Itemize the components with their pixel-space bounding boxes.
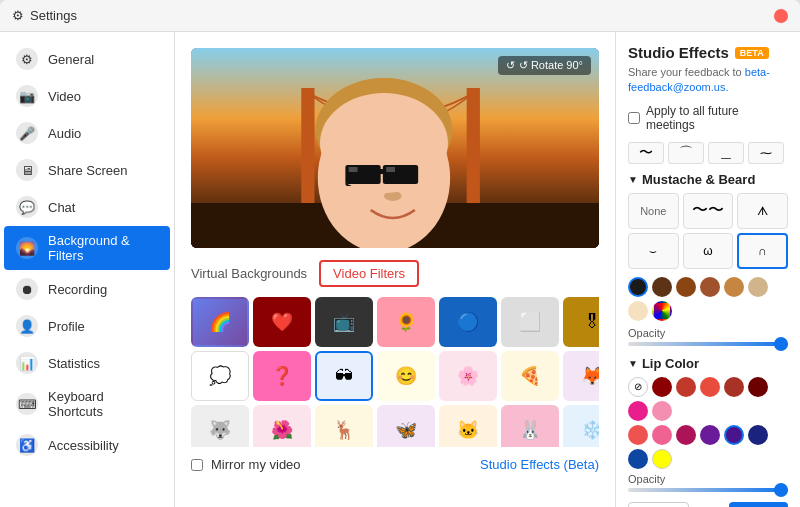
filter-wolf[interactable]: 🐺 [191, 405, 249, 447]
lip-lightpink[interactable] [652, 401, 672, 421]
lip-maroon[interactable] [748, 377, 768, 397]
lip-purple[interactable] [700, 425, 720, 445]
studio-effects-link[interactable]: Studio Effects (Beta) [480, 457, 599, 472]
filter-hibiscus[interactable]: 🌺 [253, 405, 311, 447]
lip-section-title[interactable]: ▼ Lip Color [628, 356, 788, 371]
opacity-thumb-2 [774, 483, 788, 497]
lip-pink[interactable] [628, 401, 648, 421]
virtual-bg-tab[interactable]: Virtual Backgrounds [191, 266, 307, 281]
mirror-checkbox[interactable] [191, 459, 203, 471]
filter-tv[interactable]: 📺 [315, 297, 373, 347]
color-brown[interactable] [676, 277, 696, 297]
svg-rect-1 [301, 88, 314, 208]
sidebar-item-recording[interactable]: ⏺Recording [4, 271, 170, 307]
sidebar-icon-general: ⚙ [16, 48, 38, 70]
beard-style5[interactable]: ∩ [737, 233, 788, 269]
mirror-label: Mirror my video [211, 457, 301, 472]
sidebar-label-accessibility: Accessibility [48, 438, 119, 453]
lip-salmon[interactable] [628, 425, 648, 445]
filter-speech[interactable]: 💭 [191, 351, 249, 401]
beard-style2[interactable]: ᗑ [737, 193, 788, 229]
beta-badge: BETA [735, 47, 769, 59]
color-beige[interactable] [748, 277, 768, 297]
beard-none[interactable]: None [628, 193, 679, 229]
beard-style1[interactable]: 〜〜 [683, 193, 734, 229]
lip-crimson[interactable] [724, 377, 744, 397]
filter-flower[interactable]: 🌸 [439, 351, 497, 401]
color-light[interactable] [628, 301, 648, 321]
sidebar-item-statistics[interactable]: 📊Statistics [4, 345, 170, 381]
filters-grid: 🌈 ❤️ 📺 🌻 🔵 ⬜ 🎖 ⬛ 💭 ❓ 🕶 😊 🌸 🍕 🦊 🎭 🐺 [191, 297, 599, 447]
close-button[interactable]: Close [729, 502, 788, 507]
sidebar-item-video[interactable]: 📷Video [4, 78, 170, 114]
chevron-down-icon: ▼ [628, 174, 638, 185]
panel-title: Studio Effects BETA [628, 44, 788, 61]
filter-blue[interactable]: 🔵 [439, 297, 497, 347]
rotate-button[interactable]: ↺ ↺ Rotate 90° [498, 56, 591, 75]
filter-rainbow[interactable]: 🌈 [191, 297, 249, 347]
main-area: ⚙General📷Video🎤Audio🖥Share Screen💬Chat🌄B… [0, 32, 800, 507]
filter-pizza[interactable]: 🍕 [501, 351, 559, 401]
color-rainbow[interactable] [652, 301, 672, 321]
filter-question[interactable]: ❓ [253, 351, 311, 401]
filter-medal[interactable]: 🎖 [563, 297, 599, 347]
sidebar-item-general[interactable]: ⚙General [4, 41, 170, 77]
filter-snow[interactable]: ❄️ [563, 405, 599, 447]
brow-4[interactable]: ⁓ [748, 142, 784, 164]
beard-style4[interactable]: ω [683, 233, 734, 269]
brow-2[interactable]: ⌒ [668, 142, 704, 164]
lip-berry[interactable] [676, 425, 696, 445]
color-darkbrown[interactable] [652, 277, 672, 297]
filter-reindeer[interactable]: 🦌 [315, 405, 373, 447]
brow-1[interactable]: 〜 [628, 142, 664, 164]
lip-navy[interactable] [748, 425, 768, 445]
filter-red[interactable]: ❤️ [253, 297, 311, 347]
lip-violet[interactable] [724, 425, 744, 445]
filter-glasses[interactable]: 🕶 [315, 351, 373, 401]
sidebar-item-profile[interactable]: 👤Profile [4, 308, 170, 344]
filter-fox[interactable]: 🦊 [563, 351, 599, 401]
color-black[interactable] [628, 277, 648, 297]
sidebar-item-keyboard-shortcuts[interactable]: ⌨Keyboard Shortcuts [4, 382, 170, 426]
filter-cat[interactable]: 🐱 [439, 405, 497, 447]
lip-fuchsia[interactable] [652, 425, 672, 445]
mustache-section-title[interactable]: ▼ Mustache & Beard [628, 172, 788, 187]
lip-section: ▼ Lip Color ⊘ [628, 356, 788, 492]
sidebar-label-background: Background & Filters [48, 233, 158, 263]
window-title: ⚙ Settings [12, 8, 77, 23]
mirror-left: Mirror my video [191, 457, 301, 472]
sidebar-item-accessibility[interactable]: ♿Accessibility [4, 427, 170, 463]
brow-3[interactable]: ＿ [708, 142, 744, 164]
filter-smile[interactable]: 😊 [377, 351, 435, 401]
close-window-button[interactable] [774, 9, 788, 23]
color-sienna[interactable] [700, 277, 720, 297]
opacity-label-1: Opacity [628, 327, 788, 339]
filter-bunny[interactable]: 🐰 [501, 405, 559, 447]
opacity-slider-2[interactable] [628, 488, 788, 492]
lip-none[interactable]: ⊘ [628, 377, 648, 397]
sidebar: ⚙General📷Video🎤Audio🖥Share Screen💬Chat🌄B… [0, 32, 175, 507]
lip-yellow[interactable] [652, 449, 672, 469]
lip-brightred[interactable] [700, 377, 720, 397]
reset-button[interactable]: Reset [628, 502, 689, 507]
svg-rect-17 [349, 167, 358, 172]
filter-sunflower[interactable]: 🌻 [377, 297, 435, 347]
lip-darkred[interactable] [652, 377, 672, 397]
filter-white[interactable]: ⬜ [501, 297, 559, 347]
opacity-slider-1[interactable] [628, 342, 788, 346]
color-tan[interactable] [724, 277, 744, 297]
opacity-thumb-1 [774, 337, 788, 351]
lip-red[interactable] [676, 377, 696, 397]
sidebar-item-audio[interactable]: 🎤Audio [4, 115, 170, 151]
video-filters-tab[interactable]: Video Filters [319, 260, 419, 287]
sidebar-item-share-screen[interactable]: 🖥Share Screen [4, 152, 170, 188]
lip-blue[interactable] [628, 449, 648, 469]
sidebar-item-background[interactable]: 🌄Background & Filters [4, 226, 170, 270]
sidebar-item-chat[interactable]: 💬Chat [4, 189, 170, 225]
beard-style3[interactable]: ⌣ [628, 233, 679, 269]
sidebar-icon-recording: ⏺ [16, 278, 38, 300]
sidebar-label-statistics: Statistics [48, 356, 100, 371]
filter-butterfly[interactable]: 🦋 [377, 405, 435, 447]
apply-checkbox[interactable] [628, 112, 640, 124]
sidebar-label-general: General [48, 52, 94, 67]
